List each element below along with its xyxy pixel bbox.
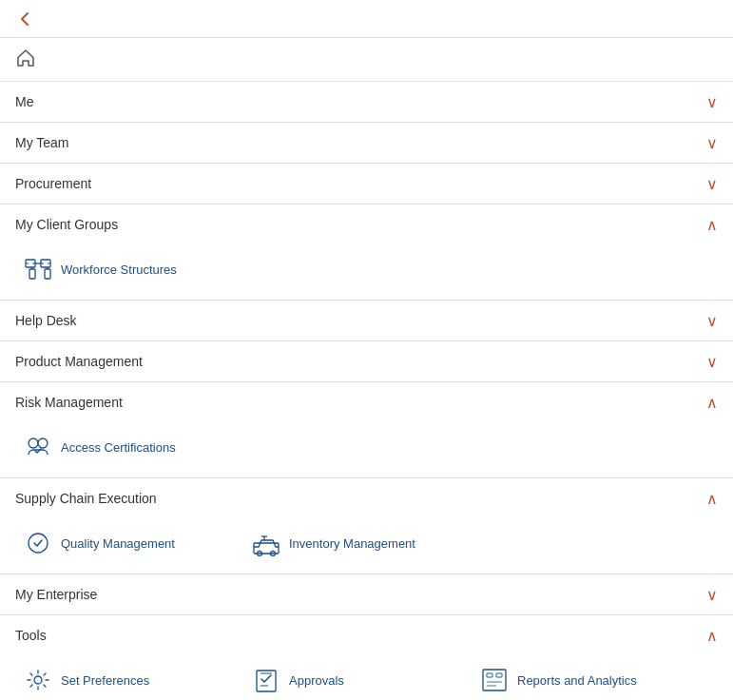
inventory-icon xyxy=(251,528,281,558)
svg-rect-19 xyxy=(483,670,506,690)
section-content-risk-management: Access Certifications xyxy=(0,422,733,477)
section-my-client-groups: My Client Groups∧ Workforce Structures xyxy=(0,204,733,301)
section-supply-chain-execution: Supply Chain Execution∧ Quality Manageme… xyxy=(0,478,733,574)
section-header-procurement[interactable]: Procurement∨ xyxy=(0,164,733,204)
menu-item-approvals[interactable]: Approvals xyxy=(243,661,472,699)
section-procurement: Procurement∨ xyxy=(0,164,733,204)
chevron-risk-management: ∧ xyxy=(706,394,718,412)
reports-icon xyxy=(479,665,510,695)
menu-item-quality-management[interactable]: Quality Management xyxy=(15,524,243,562)
back-button[interactable] xyxy=(15,10,34,29)
chevron-tools: ∧ xyxy=(706,627,718,645)
section-header-tools[interactable]: Tools∧ xyxy=(0,615,733,655)
menu-item-reports-analytics[interactable]: Reports and Analytics xyxy=(472,661,700,699)
menu-item-label-workforce-structures: Workforce Structures xyxy=(61,262,177,277)
chevron-my-client-groups: ∧ xyxy=(706,216,718,234)
menu-item-label-quality-management: Quality Management xyxy=(61,536,175,551)
section-title-product-management: Product Management xyxy=(15,354,143,369)
menu-item-access-certifications[interactable]: Access Certifications xyxy=(15,428,243,466)
menu-item-label-access-certifications: Access Certifications xyxy=(61,440,176,455)
chevron-product-management: ∨ xyxy=(706,353,718,371)
svg-rect-23 xyxy=(487,685,496,687)
sections-container: Me∨My Team∨Procurement∨My Client Groups∧… xyxy=(0,82,733,700)
approvals-icon xyxy=(251,665,281,695)
section-header-product-management[interactable]: Product Management∨ xyxy=(0,341,733,381)
svg-rect-22 xyxy=(487,681,502,683)
chevron-procurement: ∨ xyxy=(706,175,718,193)
section-title-my-team: My Team xyxy=(15,135,69,150)
chevron-help-desk: ∨ xyxy=(706,312,718,330)
svg-rect-4 xyxy=(45,269,50,279)
svg-point-8 xyxy=(38,438,48,448)
section-me: Me∨ xyxy=(0,82,733,123)
section-header-me[interactable]: Me∨ xyxy=(0,82,733,122)
svg-point-7 xyxy=(29,438,38,448)
section-header-my-team[interactable]: My Team∨ xyxy=(0,123,733,163)
menu-item-label-reports-analytics: Reports and Analytics xyxy=(517,673,637,688)
chevron-supply-chain-execution: ∧ xyxy=(706,490,718,508)
section-content-supply-chain-execution: Quality Management Inventory Management xyxy=(0,518,733,574)
section-content-tools: Set Preferences Approvals Reports and An… xyxy=(0,655,733,700)
section-header-supply-chain-execution[interactable]: Supply Chain Execution∧ xyxy=(0,478,733,518)
home-icon xyxy=(15,48,36,71)
svg-point-9 xyxy=(29,534,48,553)
svg-point-15 xyxy=(34,676,42,684)
preferences-icon xyxy=(23,665,53,695)
section-header-my-client-groups[interactable]: My Client Groups∧ xyxy=(0,204,733,244)
chevron-me: ∨ xyxy=(706,93,718,111)
menu-item-label-inventory-management: Inventory Management xyxy=(289,536,415,551)
home-row[interactable] xyxy=(0,38,733,82)
section-my-team: My Team∨ xyxy=(0,123,733,164)
section-title-risk-management: Risk Management xyxy=(15,395,123,410)
menu-item-label-set-preferences: Set Preferences xyxy=(61,673,149,688)
section-title-procurement: Procurement xyxy=(15,176,91,191)
section-help-desk: Help Desk∨ xyxy=(0,301,733,341)
section-header-risk-management[interactable]: Risk Management∧ xyxy=(0,382,733,422)
menu-item-inventory-management[interactable]: Inventory Management xyxy=(243,524,472,562)
section-title-help-desk: Help Desk xyxy=(15,313,77,328)
section-title-tools: Tools xyxy=(15,628,47,643)
section-content-my-client-groups: Workforce Structures xyxy=(0,244,733,300)
top-bar xyxy=(0,0,733,38)
svg-rect-21 xyxy=(496,673,502,677)
section-tools: Tools∧ Set Preferences Approvals Reports… xyxy=(0,615,733,700)
access-cert-icon xyxy=(23,432,53,462)
section-risk-management: Risk Management∧ Access Certifications xyxy=(0,382,733,478)
section-title-supply-chain-execution: Supply Chain Execution xyxy=(15,491,157,506)
section-title-my-client-groups: My Client Groups xyxy=(15,217,118,232)
chevron-my-enterprise: ∨ xyxy=(706,586,718,604)
menu-item-workforce-structures[interactable]: Workforce Structures xyxy=(15,250,243,288)
quality-icon xyxy=(23,528,53,558)
section-my-enterprise: My Enterprise∨ xyxy=(0,574,733,615)
section-product-management: Product Management∨ xyxy=(0,341,733,382)
svg-rect-20 xyxy=(487,673,492,677)
chevron-my-team: ∨ xyxy=(706,134,718,152)
section-header-my-enterprise[interactable]: My Enterprise∨ xyxy=(0,574,733,614)
section-title-my-enterprise: My Enterprise xyxy=(15,587,97,602)
section-header-help-desk[interactable]: Help Desk∨ xyxy=(0,301,733,340)
svg-rect-1 xyxy=(29,269,35,279)
workforce-icon xyxy=(23,254,53,284)
menu-item-set-preferences[interactable]: Set Preferences xyxy=(15,661,243,699)
section-title-me: Me xyxy=(15,94,33,109)
menu-item-label-approvals: Approvals xyxy=(289,673,344,688)
